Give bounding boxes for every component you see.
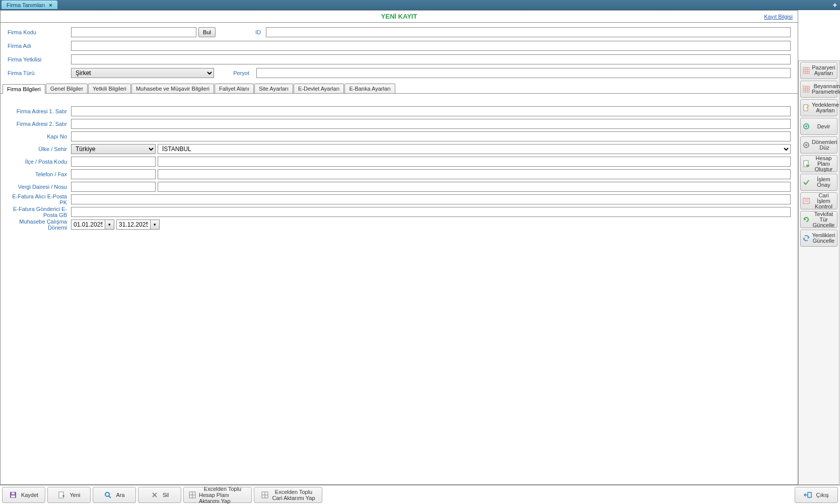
- sidebar-label: Dönemleri Düz: [812, 139, 837, 151]
- window-tabbar: Firma Tanımları × +: [0, 0, 840, 10]
- label-efatura-gb: E-Fatura Gönderici E-Posta GB: [8, 206, 71, 218]
- excel-grid-icon: [189, 491, 196, 499]
- exit-icon: [804, 491, 812, 499]
- sidebar-beyanname[interactable]: Beyanname Parametreleri: [800, 81, 837, 98]
- new-document-icon: [57, 491, 65, 499]
- button-label: Çıkış: [816, 492, 828, 498]
- add-tab-icon[interactable]: +: [833, 1, 837, 9]
- select-ulke[interactable]: Türkiye: [71, 144, 156, 154]
- sidebar-hesap-plani[interactable]: + Hesap Planı Oluştur: [800, 155, 837, 172]
- input-efatura-gb[interactable]: [71, 207, 791, 217]
- sidebar-yedekleme[interactable]: Yedekleme Ayarları: [800, 99, 837, 116]
- tab-strip: Firma Bilgileri Genel Bilgiler Yetkili B…: [1, 83, 798, 94]
- sidebar: Pazaryeri Ayarları Beyanname Parametrele…: [798, 60, 839, 485]
- excel-cari-button[interactable]: Excelden Toplu Cari Aktarımı Yap: [254, 487, 322, 503]
- grid-icon: [802, 66, 810, 75]
- select-sehir[interactable]: İSTANBUL: [158, 144, 791, 154]
- input-adres1[interactable]: [71, 106, 791, 116]
- input-vergi-dairesi[interactable]: [71, 182, 156, 192]
- input-firma-kodu[interactable]: [71, 27, 196, 37]
- grid-icon: [802, 85, 810, 93]
- tab-faliyet-alani[interactable]: Faliyet Alanı: [215, 84, 254, 93]
- sidebar-tevkifat[interactable]: Tevkifat Tür Güncelle: [800, 211, 837, 228]
- button-label-line2: Hesap Planı Aktarımı Yap: [199, 492, 246, 504]
- tab-firma-bilgileri[interactable]: Firma Bilgileri: [3, 84, 45, 94]
- input-telefon[interactable]: [71, 169, 156, 179]
- sil-button[interactable]: Sil: [138, 487, 181, 503]
- tab-edevlet-ayarlari[interactable]: E-Devlet Ayarları: [294, 84, 344, 93]
- svg-point-12: [805, 125, 807, 127]
- ara-button[interactable]: Ara: [93, 487, 136, 503]
- label-adres2: Firma Adresi 2. Satır: [8, 121, 71, 127]
- svg-rect-22: [11, 495, 15, 497]
- input-kapi-no[interactable]: [71, 131, 791, 141]
- sidebar-label: Beyanname Parametreleri: [812, 84, 840, 95]
- label-vergi: Vergi Dairesi / Nosu: [8, 184, 71, 190]
- bul-button[interactable]: Bul: [198, 27, 216, 37]
- input-firma-adi[interactable]: [71, 41, 791, 51]
- label-muh-donem: Muhasebe Çalışma Dönemi: [8, 219, 71, 231]
- svg-rect-0: [803, 67, 809, 74]
- input-vergi-no[interactable]: [158, 182, 791, 192]
- button-label: Ara: [116, 492, 124, 498]
- label-firma-kodu: Firma Kodu: [8, 29, 71, 35]
- delete-icon: [151, 491, 159, 499]
- sidebar-islem-onay[interactable]: İşlem Onay: [800, 174, 837, 191]
- tab-muhasebe-musavir[interactable]: Muhasebe ve Müşavir Bilgileri: [131, 84, 214, 93]
- sidebar-label: Devir: [812, 124, 835, 129]
- tab-site-ayarlari[interactable]: Site Ayarları: [254, 84, 293, 93]
- sidebar-label: Pazaryeri Ayarları: [812, 65, 835, 76]
- input-adres2[interactable]: [71, 119, 791, 129]
- date-picker-start-icon[interactable]: ▾: [105, 220, 114, 230]
- button-label-line1: Excelden Toplu: [275, 489, 312, 495]
- label-firma-turu: Firma Türü: [8, 70, 71, 76]
- refresh-icon: [802, 215, 810, 224]
- input-firma-yetkilisi[interactable]: [71, 54, 791, 64]
- input-peryot[interactable]: [256, 68, 791, 78]
- page-title: YENİ KAYIT: [381, 13, 417, 20]
- tab-ebanka-ayarlari[interactable]: E-Banka Ayarları: [344, 84, 395, 93]
- date-picker-end-icon[interactable]: ▾: [151, 220, 160, 230]
- sidebar-cari-islem[interactable]: Cari İşlem Kontrol: [800, 192, 837, 209]
- sidebar-devir[interactable]: Devir: [800, 118, 837, 135]
- svg-point-25: [105, 492, 109, 496]
- input-id[interactable]: [266, 27, 791, 37]
- input-ilce[interactable]: [71, 157, 156, 167]
- label-ilce-posta: İlçe / Posta Kodu: [8, 159, 71, 165]
- sidebar-pazaryeri[interactable]: Pazaryeri Ayarları: [800, 62, 837, 79]
- svg-rect-23: [12, 492, 15, 494]
- sync-icon: [802, 234, 810, 242]
- label-adres1: Firma Adresi 1. Satır: [8, 108, 71, 114]
- document-tab[interactable]: Firma Tanımları ×: [2, 1, 57, 9]
- tab-yetkili-bilgileri[interactable]: Yetkili Bilgileri: [88, 84, 131, 93]
- record-info-link[interactable]: Kayıt Bilgisi: [764, 14, 793, 20]
- svg-line-26: [109, 496, 111, 498]
- close-tab-icon[interactable]: ×: [49, 2, 52, 8]
- check-icon: [802, 178, 810, 186]
- input-posta-kodu[interactable]: [158, 157, 791, 167]
- save-icon: [9, 491, 17, 499]
- label-firma-adi: Firma Adı: [8, 43, 71, 49]
- input-donem-start[interactable]: [71, 220, 105, 230]
- select-firma-turu[interactable]: Şirket: [71, 68, 214, 78]
- excel-hesap-plani-button[interactable]: Excelden Toplu Hesap Planı Aktarımı Yap: [183, 487, 252, 503]
- kaydet-button[interactable]: Kaydet: [2, 487, 45, 503]
- sidebar-label: Yenilikleri Güncelle: [812, 233, 835, 244]
- yeni-button[interactable]: Yeni: [47, 487, 91, 503]
- label-efatura-pk: E-Fatura Alıcı E-Posta PK: [8, 193, 71, 205]
- tab-genel-bilgiler[interactable]: Genel Bilgiler: [46, 84, 88, 93]
- sidebar-yenilikleri[interactable]: Yenilikleri Güncelle: [800, 230, 837, 247]
- svg-rect-35: [808, 492, 811, 497]
- excel-grid-icon: [261, 491, 269, 499]
- cikis-button[interactable]: Çıkış: [795, 487, 838, 503]
- sidebar-donemleri[interactable]: Dönemleri Düz: [800, 136, 837, 154]
- input-donem-end[interactable]: [116, 220, 151, 230]
- button-label: Sil: [163, 492, 169, 498]
- svg-rect-18: [803, 198, 809, 203]
- svg-point-14: [805, 144, 807, 146]
- tab-content: Firma Adresi 1. Satır Firma Adresi 2. Sa…: [1, 94, 798, 484]
- button-label: Yeni: [69, 492, 80, 498]
- input-efatura-pk[interactable]: [71, 194, 791, 204]
- input-fax[interactable]: [158, 169, 791, 179]
- sidebar-label: Hesap Planı Oluştur: [812, 156, 835, 172]
